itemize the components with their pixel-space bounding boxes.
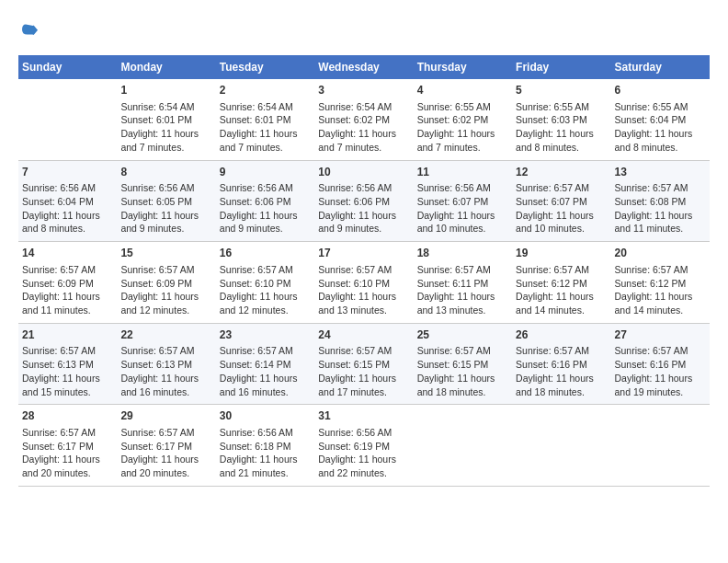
day-info: Sunrise: 6:57 AM Sunset: 6:09 PM Dayligh… bbox=[120, 263, 211, 317]
day-cell: 22Sunrise: 6:57 AM Sunset: 6:13 PM Dayli… bbox=[117, 323, 215, 405]
week-row-3: 21Sunrise: 6:57 AM Sunset: 6:13 PM Dayli… bbox=[18, 323, 710, 405]
week-row-0: 1Sunrise: 6:54 AM Sunset: 6:01 PM Daylig… bbox=[18, 79, 710, 160]
day-cell: 10Sunrise: 6:56 AM Sunset: 6:06 PM Dayli… bbox=[314, 160, 413, 242]
day-number: 8 bbox=[120, 165, 211, 180]
day-number: 17 bbox=[318, 246, 409, 261]
day-info: Sunrise: 6:55 AM Sunset: 6:02 PM Dayligh… bbox=[417, 100, 508, 155]
day-cell: 9Sunrise: 6:56 AM Sunset: 6:06 PM Daylig… bbox=[216, 160, 314, 242]
day-cell: 3Sunrise: 6:54 AM Sunset: 6:02 PM Daylig… bbox=[314, 79, 413, 160]
day-number: 27 bbox=[615, 327, 706, 343]
day-info: Sunrise: 6:57 AM Sunset: 6:13 PM Dayligh… bbox=[120, 344, 211, 398]
logo-icon bbox=[18, 18, 40, 40]
day-info: Sunrise: 6:57 AM Sunset: 6:12 PM Dayligh… bbox=[516, 263, 607, 317]
day-cell: 13Sunrise: 6:57 AM Sunset: 6:08 PM Dayli… bbox=[611, 160, 710, 242]
day-info: Sunrise: 6:56 AM Sunset: 6:07 PM Dayligh… bbox=[417, 181, 508, 236]
header-cell-thursday: Thursday bbox=[414, 55, 512, 79]
day-cell: 25Sunrise: 6:57 AM Sunset: 6:15 PM Dayli… bbox=[414, 323, 512, 405]
day-info: Sunrise: 6:55 AM Sunset: 6:04 PM Dayligh… bbox=[615, 100, 706, 155]
day-number: 20 bbox=[615, 246, 706, 261]
day-cell: 6Sunrise: 6:55 AM Sunset: 6:04 PM Daylig… bbox=[611, 79, 710, 160]
day-cell: 31Sunrise: 6:56 AM Sunset: 6:19 PM Dayli… bbox=[314, 405, 413, 487]
day-cell: 4Sunrise: 6:55 AM Sunset: 6:02 PM Daylig… bbox=[414, 79, 512, 160]
day-cell: 19Sunrise: 6:57 AM Sunset: 6:12 PM Dayli… bbox=[512, 242, 610, 324]
day-cell: 29Sunrise: 6:57 AM Sunset: 6:17 PM Dayli… bbox=[117, 405, 215, 487]
day-cell: 20Sunrise: 6:57 AM Sunset: 6:12 PM Dayli… bbox=[611, 242, 710, 324]
header-cell-saturday: Saturday bbox=[611, 55, 710, 79]
header-cell-sunday: Sunday bbox=[18, 55, 117, 79]
day-info: Sunrise: 6:56 AM Sunset: 6:05 PM Dayligh… bbox=[120, 181, 211, 236]
day-cell: 26Sunrise: 6:57 AM Sunset: 6:16 PM Dayli… bbox=[512, 323, 610, 405]
day-cell: 15Sunrise: 6:57 AM Sunset: 6:09 PM Dayli… bbox=[117, 242, 215, 324]
day-number: 12 bbox=[516, 165, 607, 180]
day-number: 14 bbox=[22, 246, 113, 261]
day-info: Sunrise: 6:57 AM Sunset: 6:15 PM Dayligh… bbox=[318, 344, 409, 398]
day-cell: 14Sunrise: 6:57 AM Sunset: 6:09 PM Dayli… bbox=[18, 242, 117, 324]
day-cell: 28Sunrise: 6:57 AM Sunset: 6:17 PM Dayli… bbox=[18, 405, 117, 487]
day-number: 26 bbox=[516, 327, 607, 343]
day-info: Sunrise: 6:57 AM Sunset: 6:10 PM Dayligh… bbox=[318, 263, 409, 317]
day-cell: 24Sunrise: 6:57 AM Sunset: 6:15 PM Dayli… bbox=[314, 323, 413, 405]
day-number: 4 bbox=[417, 83, 508, 98]
day-cell: 11Sunrise: 6:56 AM Sunset: 6:07 PM Dayli… bbox=[414, 160, 512, 242]
header-cell-wednesday: Wednesday bbox=[314, 55, 413, 79]
header-cell-tuesday: Tuesday bbox=[216, 55, 314, 79]
logo bbox=[18, 18, 44, 40]
day-cell: 30Sunrise: 6:56 AM Sunset: 6:18 PM Dayli… bbox=[216, 405, 314, 487]
calendar-header: SundayMondayTuesdayWednesdayThursdayFrid… bbox=[18, 55, 710, 79]
day-cell bbox=[414, 405, 512, 487]
day-info: Sunrise: 6:56 AM Sunset: 6:18 PM Dayligh… bbox=[220, 426, 311, 480]
day-number: 30 bbox=[220, 408, 311, 424]
day-cell: 21Sunrise: 6:57 AM Sunset: 6:13 PM Dayli… bbox=[18, 323, 117, 405]
day-info: Sunrise: 6:57 AM Sunset: 6:11 PM Dayligh… bbox=[417, 263, 508, 317]
day-number: 18 bbox=[417, 246, 508, 261]
day-info: Sunrise: 6:57 AM Sunset: 6:12 PM Dayligh… bbox=[615, 263, 706, 317]
day-info: Sunrise: 6:57 AM Sunset: 6:16 PM Dayligh… bbox=[516, 344, 607, 398]
day-info: Sunrise: 6:56 AM Sunset: 6:19 PM Dayligh… bbox=[318, 426, 409, 480]
day-cell: 7Sunrise: 6:56 AM Sunset: 6:04 PM Daylig… bbox=[18, 160, 117, 242]
day-cell: 23Sunrise: 6:57 AM Sunset: 6:14 PM Dayli… bbox=[216, 323, 314, 405]
day-number: 10 bbox=[318, 165, 409, 180]
day-info: Sunrise: 6:54 AM Sunset: 6:01 PM Dayligh… bbox=[220, 100, 311, 155]
day-info: Sunrise: 6:56 AM Sunset: 6:06 PM Dayligh… bbox=[318, 181, 409, 236]
day-info: Sunrise: 6:57 AM Sunset: 6:16 PM Dayligh… bbox=[615, 344, 706, 398]
day-number: 24 bbox=[318, 327, 409, 343]
day-cell: 17Sunrise: 6:57 AM Sunset: 6:10 PM Dayli… bbox=[314, 242, 413, 324]
calendar-table: SundayMondayTuesdayWednesdayThursdayFrid… bbox=[18, 55, 710, 487]
day-info: Sunrise: 6:56 AM Sunset: 6:04 PM Dayligh… bbox=[22, 181, 113, 236]
header-cell-friday: Friday bbox=[512, 55, 610, 79]
day-info: Sunrise: 6:57 AM Sunset: 6:13 PM Dayligh… bbox=[22, 344, 113, 398]
day-number: 29 bbox=[120, 408, 211, 424]
day-info: Sunrise: 6:57 AM Sunset: 6:10 PM Dayligh… bbox=[220, 263, 311, 317]
day-cell bbox=[611, 405, 710, 487]
day-number: 13 bbox=[615, 165, 706, 180]
header-row: SundayMondayTuesdayWednesdayThursdayFrid… bbox=[18, 55, 710, 79]
day-cell: 8Sunrise: 6:56 AM Sunset: 6:05 PM Daylig… bbox=[117, 160, 215, 242]
day-cell: 27Sunrise: 6:57 AM Sunset: 6:16 PM Dayli… bbox=[611, 323, 710, 405]
day-info: Sunrise: 6:54 AM Sunset: 6:01 PM Dayligh… bbox=[120, 100, 211, 155]
day-number: 28 bbox=[22, 408, 113, 424]
day-number: 6 bbox=[615, 83, 706, 98]
day-info: Sunrise: 6:57 AM Sunset: 6:15 PM Dayligh… bbox=[417, 344, 508, 398]
day-number: 2 bbox=[220, 83, 311, 98]
day-number: 16 bbox=[220, 246, 311, 261]
day-cell: 12Sunrise: 6:57 AM Sunset: 6:07 PM Dayli… bbox=[512, 160, 610, 242]
day-info: Sunrise: 6:56 AM Sunset: 6:06 PM Dayligh… bbox=[220, 181, 311, 236]
day-cell bbox=[18, 79, 117, 160]
day-number: 22 bbox=[120, 327, 211, 343]
day-number: 25 bbox=[417, 327, 508, 343]
page-header bbox=[18, 18, 710, 40]
day-info: Sunrise: 6:54 AM Sunset: 6:02 PM Dayligh… bbox=[318, 100, 409, 155]
day-number: 1 bbox=[120, 83, 211, 98]
day-number: 5 bbox=[516, 83, 607, 98]
day-info: Sunrise: 6:57 AM Sunset: 6:14 PM Dayligh… bbox=[220, 344, 311, 398]
day-cell: 1Sunrise: 6:54 AM Sunset: 6:01 PM Daylig… bbox=[117, 79, 215, 160]
day-number: 7 bbox=[22, 165, 113, 180]
day-info: Sunrise: 6:57 AM Sunset: 6:09 PM Dayligh… bbox=[22, 263, 113, 317]
day-info: Sunrise: 6:57 AM Sunset: 6:07 PM Dayligh… bbox=[516, 181, 607, 236]
day-cell: 2Sunrise: 6:54 AM Sunset: 6:01 PM Daylig… bbox=[216, 79, 314, 160]
day-number: 9 bbox=[220, 165, 311, 180]
day-number: 19 bbox=[516, 246, 607, 261]
day-cell: 18Sunrise: 6:57 AM Sunset: 6:11 PM Dayli… bbox=[414, 242, 512, 324]
week-row-1: 7Sunrise: 6:56 AM Sunset: 6:04 PM Daylig… bbox=[18, 160, 710, 242]
day-info: Sunrise: 6:57 AM Sunset: 6:08 PM Dayligh… bbox=[615, 181, 706, 236]
